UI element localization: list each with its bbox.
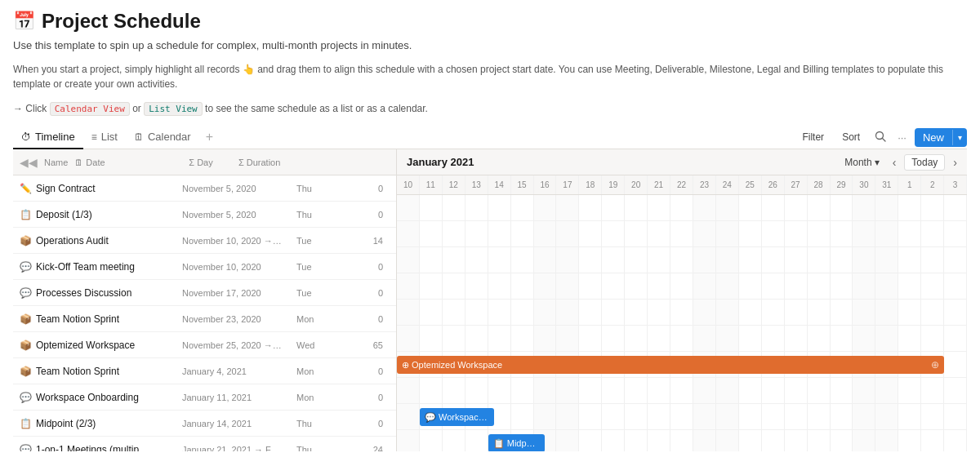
timeline-cell — [853, 326, 875, 351]
add-tab-button[interactable]: + — [199, 127, 220, 148]
timeline-cell — [420, 326, 443, 351]
timeline-body: ⊕ Optemized Workspace⊕💬 Workspace Onboar… — [397, 195, 967, 451]
timeline-cell — [534, 378, 557, 403]
page-container: 📅 Project Schedule Use this template to … — [0, 0, 980, 451]
table-row[interactable]: 📦 Team Notion Sprint November 23, 2020 M… — [13, 306, 396, 332]
cell-name: 📋 Deposit (1/3) — [13, 209, 176, 220]
timeline-cell — [488, 300, 511, 325]
timeline-cell — [511, 195, 534, 220]
timeline-cell — [921, 404, 944, 429]
table-row[interactable]: 💬 Workspace Onboarding January 11, 2021 … — [13, 384, 396, 411]
table-row[interactable]: 📋 Deposit (1/3) November 5, 2020 Thu 0 — [13, 202, 396, 228]
timeline-rows-container: ⊕ Optemized Workspace⊕💬 Workspace Onboar… — [397, 195, 967, 451]
timeline-cell — [898, 326, 921, 351]
timeline-cell — [808, 404, 831, 429]
timeline-cell — [762, 300, 785, 325]
date-cell: 16 — [534, 175, 557, 194]
table-row[interactable]: 💬 Processes Discussion November 17, 2020… — [13, 280, 396, 306]
tab-timeline[interactable]: ⏱ Timeline — [13, 126, 83, 149]
or-label: or — [132, 103, 141, 114]
prev-month-button[interactable]: ‹ — [889, 154, 900, 171]
timeline-cell — [875, 300, 898, 325]
timeline-cell — [716, 404, 739, 429]
timeline-cell — [853, 247, 875, 273]
timeline-cell — [488, 221, 511, 246]
timeline-cell — [466, 247, 488, 273]
table-row[interactable]: 📦 Optemized Workspace November 25, 2020 … — [13, 332, 396, 358]
timeline-cell — [443, 221, 466, 246]
timeline-cell — [534, 273, 557, 299]
row-name: Midpoint (2/3) — [36, 418, 96, 429]
timeline-cell — [511, 378, 534, 403]
timeline-cell — [944, 221, 967, 246]
row-icon: 📋 — [20, 209, 32, 220]
new-button-arrow[interactable]: ▾ — [952, 130, 967, 145]
table-row[interactable]: 📋 Midpoint (2/3) January 14, 2021 Thu 0 — [13, 411, 396, 437]
instructions-prefix: When you start a project, simply highlig… — [13, 64, 243, 75]
instructions-emoji: 👆 — [243, 64, 255, 75]
timeline-cell — [397, 273, 420, 299]
tab-list-label: List — [101, 131, 118, 143]
timeline-cell — [670, 378, 693, 403]
table-row[interactable]: 📦 Operations Audit November 10, 2020 → N… — [13, 228, 396, 254]
timeline-header: January 2021 Month ▾ ‹ Today › — [397, 149, 967, 175]
date-cell: 13 — [466, 175, 488, 194]
timeline-cell — [808, 221, 831, 246]
timeline-cell — [944, 352, 967, 377]
timeline-cell — [762, 378, 785, 403]
timeline-cell — [831, 326, 853, 351]
timeline-cell — [466, 430, 488, 451]
collapse-icon[interactable]: ◀◀ — [16, 156, 41, 169]
timeline-cell — [397, 247, 420, 273]
cell-day: Thu — [290, 210, 339, 220]
sort-button[interactable]: Sort — [835, 128, 866, 146]
cell-name: 📦 Team Notion Sprint — [13, 313, 176, 325]
event-expand-icon[interactable]: ⊕ — [928, 359, 939, 371]
timeline-cell — [420, 247, 443, 273]
tab-calendar-label: Calendar — [148, 131, 191, 143]
timeline-cell — [556, 404, 579, 429]
more-icon[interactable]: ··· — [894, 128, 910, 147]
table-row[interactable]: 💬 1-on-1 Meetings (multip January 21, 20… — [13, 437, 396, 451]
table-row[interactable]: 📦 Team Notion Sprint January 4, 2021 Mon… — [13, 358, 396, 384]
table-row[interactable]: ✏️ Sign Contract November 5, 2020 Thu 0 — [13, 175, 396, 202]
timeline-cell — [785, 326, 808, 351]
event-bar[interactable]: 💬 Workspace Onboarding — [420, 408, 494, 426]
table-row[interactable]: 💬 Kick-Off Team meeting November 10, 202… — [13, 254, 396, 280]
list-view-code[interactable]: List View — [144, 102, 203, 116]
timeline-cell — [921, 378, 944, 403]
filter-button[interactable]: Filter — [795, 128, 831, 146]
new-button[interactable]: New — [915, 128, 952, 147]
event-bar[interactable]: 📋 Midpoint (2/3) — [488, 434, 546, 451]
timeline-cell — [670, 247, 693, 273]
today-button[interactable]: Today — [904, 154, 945, 171]
date-cell: 22 — [670, 175, 693, 194]
search-icon[interactable] — [871, 127, 889, 148]
timeline-cell — [808, 195, 831, 220]
next-month-button[interactable]: › — [950, 154, 960, 171]
timeline-cell — [785, 195, 808, 220]
timeline-cell — [808, 247, 831, 273]
timeline-cell — [648, 326, 670, 351]
tab-calendar[interactable]: 🗓 Calendar — [126, 126, 199, 149]
timeline-cell — [762, 221, 785, 246]
timeline-cell — [785, 273, 808, 299]
event-bar[interactable]: ⊕ Optemized Workspace⊕ — [397, 356, 944, 374]
timeline-cell — [602, 378, 625, 403]
timeline-cell — [898, 195, 921, 220]
timeline-cell — [625, 195, 648, 220]
tab-list[interactable]: ≡ List — [83, 126, 126, 149]
timeline-cell — [785, 404, 808, 429]
timeline-cell — [739, 300, 762, 325]
cell-date: November 17, 2020 — [176, 288, 290, 298]
timeline-cell — [739, 404, 762, 429]
row-name: Team Notion Sprint — [36, 313, 119, 325]
timeline-cell — [831, 273, 853, 299]
month-selector[interactable]: Month ▾ — [840, 155, 884, 170]
calendar-view-code[interactable]: Calendar View — [50, 102, 130, 116]
date-cell: 25 — [739, 175, 762, 194]
row-name: Sign Contract — [36, 183, 96, 194]
timeline-cell — [602, 247, 625, 273]
timeline-cell — [785, 378, 808, 403]
svg-line-1 — [883, 138, 886, 141]
